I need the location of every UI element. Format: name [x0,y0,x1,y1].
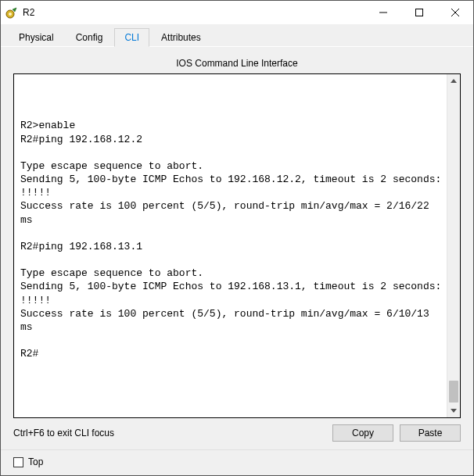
copy-button[interactable]: Copy [332,424,393,442]
window-controls [365,1,473,24]
terminal-output[interactable]: R2>enable R2#ping 192.168.12.2 Type esca… [14,74,447,417]
tab-physical[interactable]: Physical [9,28,64,47]
tab-bar: Physical Config CLI Attributes [1,24,473,47]
scrollbar[interactable] [447,74,460,417]
scrollbar-thumb[interactable] [449,381,458,403]
paste-button[interactable]: Paste [400,424,461,442]
cli-panel: IOS Command Line Interface R2>enable R2#… [1,47,473,449]
app-icon [5,6,18,19]
tab-config[interactable]: Config [66,28,113,47]
titlebar: R2 [1,1,473,24]
top-checkbox[interactable] [13,457,23,467]
scroll-up-arrow-icon[interactable] [447,74,461,88]
panel-title: IOS Command Line Interface [13,53,461,73]
tab-cli[interactable]: CLI [114,28,149,47]
tab-attributes[interactable]: Attributes [151,28,211,47]
scroll-down-arrow-icon[interactable] [447,404,461,417]
window-root: R2 Physical Config CLI Attributes IOS Co… [0,0,474,476]
svg-point-1 [9,13,12,16]
bottom-row: Ctrl+F6 to exit CLI focus Copy Paste [13,418,461,442]
window-title: R2 [23,7,34,18]
close-button[interactable] [437,1,473,24]
terminal-container: R2>enable R2#ping 192.168.12.2 Type esca… [13,73,461,418]
svg-rect-3 [416,9,423,16]
cli-hint: Ctrl+F6 to exit CLI focus [13,428,326,438]
footer: Top [1,449,473,475]
top-label: Top [28,456,43,467]
scrollbar-track[interactable] [447,88,460,404]
minimize-button[interactable] [365,1,401,24]
maximize-button[interactable] [401,1,437,24]
